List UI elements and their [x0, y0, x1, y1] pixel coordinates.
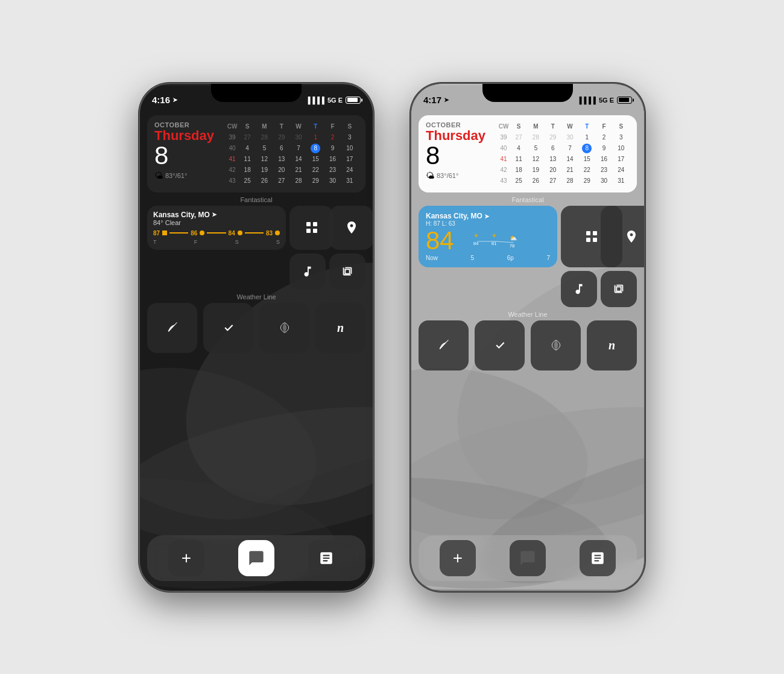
music-note-icon — [301, 265, 314, 278]
cal-week-43-light: 43 25 26 27 28 29 30 31 — [497, 176, 630, 186]
status-time-dark: 4:16 ➤ — [152, 95, 177, 105]
cal-weather-text-dark: 83°/61° — [165, 172, 187, 179]
app-row-dark: n — [147, 303, 365, 353]
dock-add-light[interactable]: + — [440, 540, 476, 576]
maps-icon-btn-dark[interactable] — [329, 206, 373, 250]
crop-icon-btn-light[interactable] — [601, 271, 637, 307]
cal-header-light: OCTOBER Thursday 8 🌤 83°/61° CW S — [426, 121, 630, 186]
weather-widget-expanded-light[interactable]: Kansas City, MO ➤ H: 87 L: 63 84 — [419, 206, 557, 267]
svg-line-24 — [495, 241, 513, 243]
screen-content-light: OCTOBER Thursday 8 🌤 83°/61° CW S — [411, 110, 644, 591]
weather-widget-dark[interactable]: Kansas City, MO ➤ 84° Clear 87 86 84 — [147, 206, 286, 250]
crop-icon-btn-dark[interactable] — [329, 253, 365, 290]
maps-icon-btn-light[interactable] — [601, 206, 644, 267]
cal-weather-text-light: 83°/61° — [437, 172, 458, 179]
app-leaf-light[interactable] — [419, 320, 469, 370]
exp-times-row: Now 5 6p 7 — [426, 255, 550, 261]
svg-rect-7 — [313, 222, 317, 226]
chat-icon — [248, 550, 265, 567]
music-icon-btn-dark[interactable] — [289, 253, 326, 290]
signal-bars-light: ▐▐▐▐ — [577, 97, 596, 104]
music-note-icon-light — [572, 282, 586, 296]
chat-icon-light — [519, 550, 536, 567]
app-row-light: n — [419, 320, 637, 370]
dock-notes-dark[interactable] — [308, 540, 344, 576]
cal-left-dark: OCTOBER Thursday 8 🌤 83°/61° — [154, 121, 221, 186]
grid-icon-btn-dark[interactable] — [289, 206, 334, 250]
grid-icon — [305, 220, 319, 235]
calendar-widget-dark[interactable]: OCTOBER Thursday 8 🌤 83°/61° CW S — [147, 115, 365, 192]
cal-weather-dark: 🌤 83°/61° — [154, 171, 221, 180]
status-time-light: 4:17 ➤ — [423, 95, 449, 105]
cal-month-dark: OCTOBER — [154, 121, 221, 129]
dock-add-dark[interactable]: + — [168, 540, 204, 576]
dock-chat-dark[interactable] — [238, 540, 274, 576]
app-leaf-dark[interactable] — [147, 303, 197, 353]
status-icons-dark: ▐▐▐▐ 5G E — [306, 97, 361, 104]
maps-icon — [344, 220, 359, 235]
weather-times-dark: T F S S — [153, 239, 280, 245]
exp-temp-main: 84 — [426, 228, 454, 253]
leaf-icon — [166, 320, 179, 335]
app-check-dark[interactable] — [203, 303, 253, 353]
cal-week-39-light: 39 27 28 29 30 1 2 3 — [497, 132, 630, 143]
app-seed-dark[interactable] — [259, 303, 309, 353]
exp-hl: H: 87 L: 63 — [426, 220, 489, 227]
svg-rect-26 — [593, 231, 597, 235]
cal-grid-header: CW S M T W T F S — [226, 121, 358, 132]
location-icon: ➤ — [172, 97, 177, 103]
location-arrow-exp: ➤ — [484, 213, 489, 220]
cal-datenum-dark: 8 — [154, 143, 221, 168]
svg-rect-27 — [586, 238, 590, 242]
weather-condition-dark: 84° Clear — [153, 219, 280, 226]
iphone-light: 4:17 ➤ ▐▐▐▐ 5G E OCTOBER Thursday — [410, 83, 645, 592]
battery-fill-light — [619, 98, 629, 102]
svg-rect-29 — [616, 287, 621, 291]
crop-icon — [341, 265, 354, 278]
svg-rect-25 — [586, 231, 590, 235]
sun-icon-light: 🌤 — [426, 171, 434, 180]
cal-week-41: 41 11 12 13 14 15 16 17 — [226, 154, 358, 165]
calendar-widget-light[interactable]: OCTOBER Thursday 8 🌤 83°/61° CW S — [419, 115, 637, 192]
network-type-light: 5G E — [599, 97, 614, 104]
location-arrow-dark: ➤ — [212, 211, 217, 218]
weather-line-label-light: Weather Line — [419, 311, 637, 318]
svg-rect-28 — [593, 238, 597, 242]
seed-icon — [279, 322, 291, 334]
music-icon-btn-light[interactable] — [561, 271, 597, 307]
leaf-icon-light — [438, 338, 450, 352]
notes-icon — [318, 550, 334, 566]
cal-week-39: 39 27 28 29 30 1 2 3 — [226, 132, 358, 143]
forecast-dots-dark: 87 86 84 83 — [153, 230, 280, 237]
svg-rect-8 — [306, 229, 311, 233]
weather-row-light: Kansas City, MO ➤ H: 87 L: 63 84 — [419, 206, 637, 267]
app-check-light[interactable] — [475, 320, 525, 370]
app-seed-light[interactable] — [531, 320, 581, 370]
cal-week-41-light: 41 11 12 13 14 15 16 17 — [497, 154, 630, 165]
weather-chart-svg: ☀ 84 ☀ 81 ⛅ 78 — [459, 229, 550, 253]
cal-week-42: 42 18 19 20 21 22 23 24 — [226, 165, 358, 176]
svg-text:78: 78 — [509, 243, 514, 249]
cal-month-light: OCTOBER — [426, 121, 492, 129]
svg-rect-6 — [306, 222, 311, 226]
app-notion-light[interactable]: n — [587, 320, 637, 370]
cal-week-40-light: 40 4 5 6 7 8 9 10 — [497, 143, 630, 154]
dock-notes-light[interactable] — [580, 540, 616, 576]
svg-rect-9 — [313, 229, 317, 233]
cal-grid-header-light: CW S M T W T F S — [497, 121, 630, 132]
battery-icon — [346, 97, 361, 104]
fantastical-label-dark: Fantastical — [147, 196, 365, 203]
signal-bars: ▐▐▐▐ — [306, 97, 324, 104]
location-icon-light: ➤ — [444, 97, 449, 103]
notes-icon-light — [590, 550, 605, 566]
app-notion-dark[interactable]: n — [315, 303, 365, 353]
iphone-dark: 4:16 ➤ ▐▐▐▐ 5G E OCTOBER Thursday — [139, 83, 374, 592]
dock-chat-light[interactable] — [510, 540, 546, 576]
battery-fill — [347, 98, 358, 102]
cal-datenum-light: 8 — [426, 143, 492, 168]
dock-light: + — [419, 535, 637, 581]
grid-icon-light — [584, 229, 599, 244]
cal-week-40: 40 4 5 6 7 8 9 10 — [226, 143, 358, 154]
status-icons-light: ▐▐▐▐ 5G E — [577, 97, 632, 104]
exp-chart: ☀ 84 ☀ 81 ⛅ 78 — [459, 229, 550, 253]
